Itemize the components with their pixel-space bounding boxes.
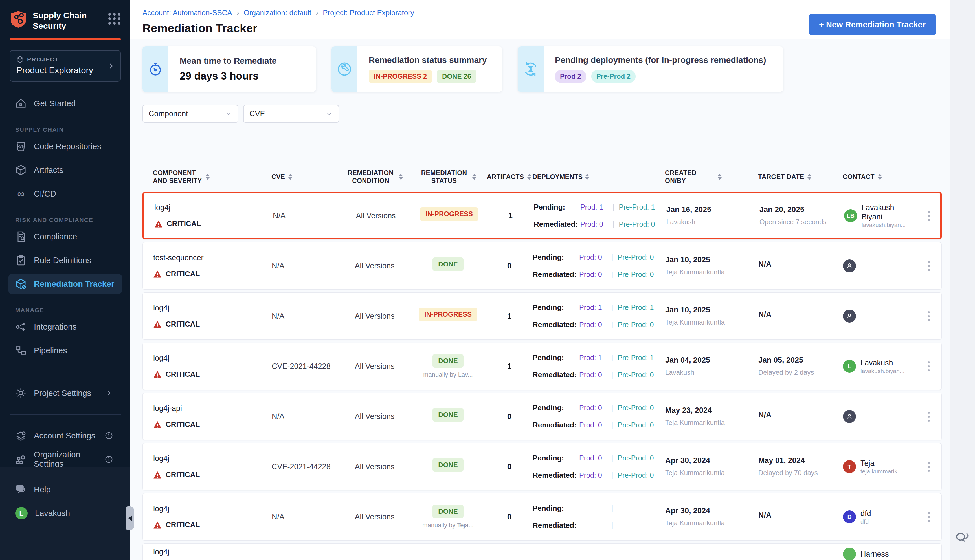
remediated-prod[interactable]: Prod: 0	[579, 321, 610, 329]
user-menu[interactable]: L Lavakush	[8, 503, 122, 523]
sidebar-item-account-settings[interactable]: Account Settings	[8, 426, 122, 445]
user-name: Lavakush	[35, 509, 70, 518]
pending-preprod[interactable]: Pre-Prod: 1	[619, 203, 655, 211]
table-row[interactable]: log4j Pending: | Remediated: |	[142, 543, 942, 560]
pending-prod[interactable]: Prod: 1	[579, 303, 610, 312]
contact-cell: T Teja teja.kummarik...	[843, 459, 916, 475]
table-row[interactable]: log4j-api CRITICAL N/A All Versions DONE…	[142, 393, 942, 440]
remediated-prod[interactable]: Prod: 0	[579, 371, 610, 379]
critical-severity-icon	[154, 220, 163, 228]
sort-icon[interactable]	[585, 174, 589, 180]
table-row[interactable]: test-sequencer CRITICAL N/A All Versions…	[142, 242, 942, 290]
sidebar-item-project-settings[interactable]: Project Settings	[8, 383, 122, 403]
info-icon[interactable]	[103, 455, 115, 463]
remediated-prod[interactable]: Prod: 0	[579, 270, 610, 278]
remediated-preprod[interactable]: Pre-Prod: 0	[618, 471, 654, 479]
page-title: Remediation Tracker	[142, 22, 943, 35]
pending-prod[interactable]: Prod: 0	[579, 454, 610, 462]
sort-icon[interactable]	[206, 174, 210, 180]
remediation-status-badge: IN-PROGRESS	[420, 207, 479, 221]
sort-icon[interactable]	[399, 174, 403, 180]
target-date-cell: N/A	[758, 511, 843, 523]
integrations-icon	[15, 321, 27, 332]
pending-preprod[interactable]: Pre-Prod: 0	[618, 454, 654, 462]
pending-prod[interactable]: Prod: 1	[580, 203, 611, 211]
row-menu-kebab[interactable]	[916, 459, 942, 475]
row-menu-kebab[interactable]	[916, 409, 942, 424]
row-menu-kebab[interactable]	[916, 308, 942, 324]
table-row[interactable]: log4j CRITICAL N/A All Versions DONE man…	[142, 493, 942, 540]
project-label: PROJECT	[27, 56, 59, 63]
sidebar-item-remediation-tracker[interactable]: Remediation Tracker	[8, 274, 122, 294]
status-note: manually by Teja...	[422, 522, 474, 529]
sort-icon[interactable]	[472, 174, 476, 180]
pending-preprod[interactable]: Pre-Prod: 1	[618, 353, 654, 362]
component-filter-select[interactable]: Component	[142, 105, 239, 123]
app-switcher-icon[interactable]	[109, 13, 121, 25]
remediated-prod[interactable]: Prod: 0	[579, 471, 610, 479]
critical-severity-icon	[153, 370, 162, 378]
component-name: log4j	[153, 354, 272, 363]
remediated-preprod[interactable]: Pre-Prod: 0	[618, 371, 654, 379]
sidebar-item-cicd[interactable]: ∞ CI/CD	[8, 184, 122, 203]
sort-icon[interactable]	[527, 174, 531, 180]
remediated-preprod[interactable]: Pre-Prod: 0	[619, 220, 655, 228]
pending-prod[interactable]: Prod: 1	[579, 353, 610, 362]
row-menu-kebab[interactable]	[916, 258, 942, 274]
table-row[interactable]: log4j CRITICAL CVE-2021-44228 All Versio…	[142, 443, 942, 490]
sidebar-item-rule-definitions[interactable]: Rule Definitions	[8, 250, 122, 270]
support-chat-icon[interactable]	[955, 530, 970, 545]
remediated-preprod[interactable]: Pre-Prod: 0	[618, 421, 654, 429]
sidebar-item-organization-settings[interactable]: Organization Settings	[8, 450, 122, 469]
pending-preprod[interactable]: Pre-Prod: 0	[618, 253, 654, 262]
deployments-cell: Pending: Prod: 0 | Pre-Prod: 0 Remediate…	[533, 454, 665, 480]
card-title: Remediation status summary	[369, 55, 487, 65]
pending-prod[interactable]: Prod: 0	[579, 253, 610, 262]
deployments-cell: Pending: Prod: 1 | Pre-Prod: 1 Remediate…	[534, 203, 666, 229]
sort-icon[interactable]	[718, 174, 722, 180]
sidebar-item-get-started[interactable]: Get Started	[8, 93, 122, 113]
breadcrumb-account[interactable]: Account: Automation-SSCA	[142, 8, 232, 17]
table-row[interactable]: log4j CRITICAL N/A All Versions IN-PROGR…	[142, 292, 942, 340]
critical-severity-icon	[153, 270, 162, 278]
sidebar-item-integrations[interactable]: Integrations	[8, 317, 122, 337]
remediated-prod[interactable]: Prod: 0	[580, 220, 611, 228]
pipe-divider: |	[611, 371, 613, 379]
cve-filter-select[interactable]: CVE	[243, 105, 339, 123]
component-name: log4j-api	[153, 404, 272, 413]
chevron-down-icon	[225, 110, 232, 118]
row-menu-kebab[interactable]	[916, 509, 942, 525]
sort-icon[interactable]	[807, 174, 811, 180]
breadcrumb-organization[interactable]: Organization: default	[244, 8, 311, 17]
pending-prod[interactable]: Prod: 0	[579, 404, 610, 412]
target-date: N/A	[758, 260, 843, 269]
artifacts-count: 0	[486, 412, 533, 421]
sidebar-item-compliance[interactable]: Compliance	[8, 227, 122, 247]
remediated-preprod[interactable]: Pre-Prod: 0	[618, 321, 654, 329]
home-icon	[15, 98, 27, 109]
sidebar-item-code-repositories[interactable]: Code Repositories	[8, 137, 122, 156]
remediated-preprod[interactable]: Pre-Prod: 0	[618, 270, 654, 278]
cve-value: CVE-2021-44228	[272, 462, 339, 471]
sidebar-item-artifacts[interactable]: Artifacts	[8, 160, 122, 180]
table-row[interactable]: log4j CRITICAL CVE-2021-44228 All Versio…	[142, 343, 942, 390]
project-selector[interactable]: PROJECT Product Exploratory	[10, 50, 121, 82]
pending-preprod[interactable]: Pre-Prod: 1	[618, 303, 654, 312]
pending-preprod[interactable]: Pre-Prod: 0	[618, 404, 654, 412]
org-gear-icon	[15, 454, 27, 465]
created-date: May 23, 2024	[665, 406, 758, 415]
row-menu-kebab[interactable]	[917, 208, 940, 223]
sort-icon[interactable]	[878, 174, 882, 180]
info-icon[interactable]	[103, 432, 115, 440]
card-title: Pending deployments (for in-progress rem…	[555, 55, 766, 65]
table-row[interactable]: log4j CRITICAL N/A All Versions IN-PROGR…	[142, 192, 942, 239]
sidebar-collapse-handle[interactable]	[126, 507, 134, 530]
sidebar-item-help[interactable]: ? Help	[8, 480, 122, 499]
artifacts-cube-icon	[15, 164, 27, 176]
hourglass-cycle-icon	[523, 61, 539, 77]
breadcrumb-project[interactable]: Project: Product Exploratory	[323, 8, 414, 17]
sidebar-item-pipelines[interactable]: Pipelines	[8, 341, 122, 360]
remediated-prod[interactable]: Prod: 0	[579, 421, 610, 429]
sort-icon[interactable]	[288, 174, 292, 180]
row-menu-kebab[interactable]	[916, 359, 942, 374]
